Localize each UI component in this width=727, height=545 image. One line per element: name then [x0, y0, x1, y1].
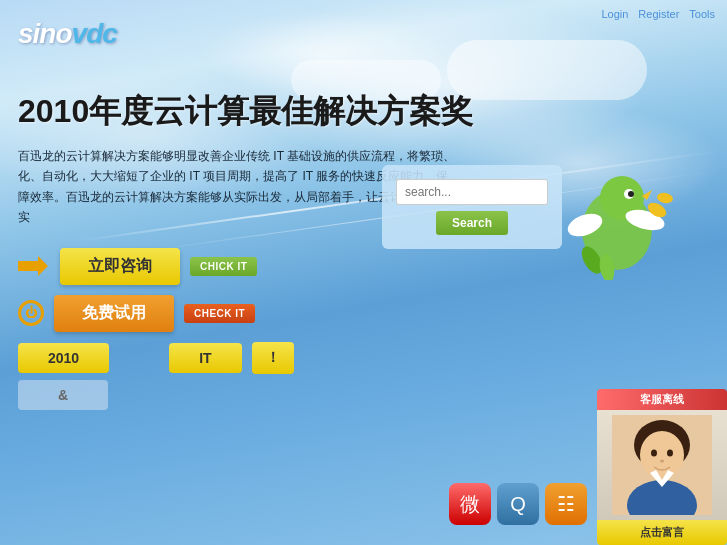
search-panel: Search: [382, 165, 562, 249]
rss-icon[interactable]: ☷: [545, 483, 587, 525]
top-navigation: Login Register Tools: [601, 8, 715, 20]
qq-label: Q: [510, 493, 526, 516]
excl-tag[interactable]: ！: [252, 342, 294, 374]
svg-point-19: [660, 460, 664, 463]
cs-click-button[interactable]: 点击富言: [597, 520, 727, 545]
consult-button[interactable]: 立即咨询: [60, 248, 180, 285]
check-it-button[interactable]: CHECK IT: [184, 304, 255, 323]
cs-avatar: [597, 410, 727, 520]
arrow-icon: [18, 256, 50, 276]
hero-title: 2010年度云计算最佳解决方案奖: [18, 90, 473, 134]
mascot-illustration: [557, 160, 677, 280]
svg-point-14: [640, 431, 684, 479]
main-content: 2010年度云计算最佳解决方案奖 百迅龙的云计算解决方案能够明显改善企业传统 I…: [18, 90, 473, 410]
rss-label: ☷: [557, 492, 575, 516]
year-bar: 2010 IT ！: [18, 342, 473, 374]
svg-point-17: [651, 450, 657, 457]
svg-point-18: [667, 450, 673, 457]
social-bar: 微 Q ☷: [449, 483, 587, 525]
consult-row: 立即咨询 CHICK IT: [18, 248, 473, 285]
free-trial-row: ⏻ 免费试用 CHECK IT: [18, 295, 473, 332]
cs-status-label: 客服离线: [597, 389, 727, 410]
amp-tag[interactable]: &: [18, 380, 108, 410]
site-logo[interactable]: sinovdc: [18, 18, 117, 50]
register-link[interactable]: Register: [638, 8, 679, 20]
qq-icon[interactable]: Q: [497, 483, 539, 525]
logo-sino: sino: [18, 18, 72, 49]
logo-vdc: vdc: [72, 18, 117, 49]
bottom-bar: &: [18, 380, 473, 410]
customer-service-panel: 客服离线 点击富言: [597, 389, 727, 545]
tools-link[interactable]: Tools: [689, 8, 715, 20]
svg-point-4: [628, 191, 634, 197]
power-icon: ⏻: [18, 300, 44, 326]
free-trial-button[interactable]: 免费试用: [54, 295, 174, 332]
login-link[interactable]: Login: [601, 8, 628, 20]
cloud-decoration-1: [447, 40, 647, 100]
svg-point-11: [656, 192, 673, 205]
weibo-icon[interactable]: 微: [449, 483, 491, 525]
search-input[interactable]: [396, 179, 548, 205]
weibo-label: 微: [460, 491, 480, 518]
it-tag[interactable]: IT: [169, 343, 241, 373]
search-button[interactable]: Search: [436, 211, 508, 235]
chick-it-button[interactable]: CHICK IT: [190, 257, 257, 276]
svg-marker-0: [18, 256, 48, 276]
year-tag[interactable]: 2010: [18, 343, 109, 373]
